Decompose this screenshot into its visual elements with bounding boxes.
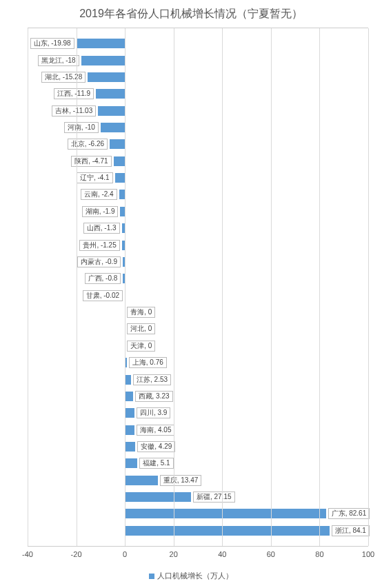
bar: [119, 190, 125, 199]
bar-row: 安徽, 4.29: [28, 442, 368, 452]
bar: [77, 39, 125, 48]
bar-row: 江苏, 2.53: [28, 375, 368, 385]
bar-row: 海南, 4.05: [28, 425, 368, 435]
bar: [98, 106, 125, 116]
x-tick-label: 100: [362, 550, 374, 558]
bar: [110, 139, 125, 149]
bar-row: 河南, -10: [28, 123, 368, 132]
bar: [125, 526, 330, 536]
bar-row: 陕西, -4.71: [28, 156, 368, 166]
bar-row: 西藏, 3.23: [28, 392, 368, 401]
bar-row: 四川, 3.9: [28, 408, 368, 418]
data-label: 福建, 5.1: [139, 458, 173, 469]
x-tick-label: 0: [123, 550, 127, 558]
bar: [125, 375, 131, 385]
data-label: 江西, -11.9: [54, 88, 94, 99]
data-label: 河南, -10: [64, 122, 99, 133]
bar-row: 贵州, -1.25: [28, 241, 368, 250]
bar-row: 北京, -6.26: [28, 139, 368, 149]
data-label: 广西, -0.8: [85, 273, 121, 284]
bar-row: 浙江, 84.1: [28, 526, 368, 536]
data-label: 山东, -19.98: [30, 38, 74, 49]
bar-row: 辽宁, -4.1: [28, 173, 368, 183]
plot-area: 山东, -19.98黑龙江, -18湖北, -15.28江西, -11.9吉林,…: [28, 28, 368, 547]
bar: [125, 425, 134, 435]
bar-row: 甘肃, -0.02: [28, 291, 368, 301]
data-label: 安徽, 4.29: [137, 441, 175, 452]
bar-row: 黑龙江, -18: [28, 56, 368, 65]
chart-title: 2019年各省份人口机械增长情况（宁夏暂无）: [0, 0, 382, 26]
bar-row: 重庆, 13.47: [28, 476, 368, 485]
bar-row: 吉林, -11.03: [28, 106, 368, 116]
bar: [115, 173, 125, 183]
chart-container: 2019年各省份人口机械增长情况（宁夏暂无） 山东, -19.98黑龙江, -1…: [0, 0, 382, 588]
data-label: 湖南, -1.9: [82, 206, 119, 217]
x-tick-label: -20: [71, 550, 82, 558]
data-label: 辽宁, -4.1: [77, 172, 113, 183]
data-label: 海南, 4.05: [137, 425, 174, 436]
legend: 人口机械增长（万人）: [0, 571, 382, 581]
data-label: 江苏, 2.53: [133, 374, 171, 385]
data-label: 内蒙古, -0.9: [77, 256, 121, 267]
gridline: [368, 28, 369, 546]
gridline: [77, 28, 77, 546]
bar-row: 河北, 0: [28, 324, 368, 334]
gridline: [174, 28, 174, 546]
gridline: [271, 28, 272, 546]
gridline: [222, 28, 223, 546]
bar-row: 湖南, -1.9: [28, 207, 368, 216]
data-label: 广东, 82.61: [328, 508, 370, 519]
data-label: 黑龙江, -18: [38, 55, 79, 66]
data-label: 云南, -2.4: [81, 189, 117, 200]
data-label: 青海, 0: [127, 307, 155, 318]
legend-swatch: [149, 574, 154, 579]
x-tick-label: 80: [315, 550, 323, 558]
data-label: 新疆, 27.15: [193, 491, 235, 503]
bar-row: 山东, -19.98: [28, 39, 368, 48]
bar-row: 广西, -0.8: [28, 274, 368, 283]
bar: [120, 207, 125, 216]
bar: [125, 408, 134, 418]
data-label: 贵州, -1.25: [79, 240, 119, 251]
bar-row: 云南, -2.4: [28, 190, 368, 199]
data-label: 四川, 3.9: [137, 407, 170, 418]
legend-label: 人口机械增长（万人）: [157, 571, 233, 580]
x-tick-label: 20: [170, 550, 178, 558]
x-tick-label: -40: [22, 550, 33, 558]
x-tick-label: 60: [267, 550, 275, 558]
bar: [81, 56, 125, 65]
bar-row: 山西, -1.3: [28, 223, 368, 233]
bar: [96, 89, 125, 99]
bar: [125, 509, 325, 518]
x-tick-label: 40: [218, 550, 226, 558]
bar: [125, 442, 135, 452]
data-label: 陕西, -4.71: [71, 156, 111, 167]
bar-row: 广东, 82.61: [28, 509, 368, 518]
bar-row: 江西, -11.9: [28, 89, 368, 99]
bar-row: 内蒙古, -0.9: [28, 257, 368, 267]
gridline: [28, 28, 28, 546]
data-label: 天津, 0: [127, 341, 155, 352]
bar: [125, 476, 158, 485]
gridline: [319, 28, 320, 546]
bar: [88, 72, 125, 82]
data-label: 北京, -6.26: [68, 139, 108, 150]
bar-row: 福建, 5.1: [28, 458, 368, 468]
data-label: 浙江, 84.1: [332, 525, 370, 536]
data-label: 湖北, -15.28: [41, 72, 86, 83]
bar: [125, 458, 137, 468]
bar: [125, 392, 132, 401]
bar-row: 上海, 0.76: [28, 358, 368, 367]
bars-layer: 山东, -19.98黑龙江, -18湖北, -15.28江西, -11.9吉林,…: [28, 35, 368, 539]
data-label: 山西, -1.3: [83, 223, 120, 234]
bar-row: 新疆, 27.15: [28, 492, 368, 502]
bar-row: 天津, 0: [28, 341, 368, 351]
bar-row: 湖北, -15.28: [28, 72, 368, 82]
data-label: 西藏, 3.23: [135, 391, 173, 402]
bar: [114, 156, 125, 166]
gridline: [125, 28, 125, 546]
data-label: 甘肃, -0.02: [83, 290, 123, 301]
data-label: 重庆, 13.47: [160, 475, 202, 486]
data-label: 河北, 0: [127, 323, 155, 334]
bar-row: 青海, 0: [28, 307, 368, 317]
